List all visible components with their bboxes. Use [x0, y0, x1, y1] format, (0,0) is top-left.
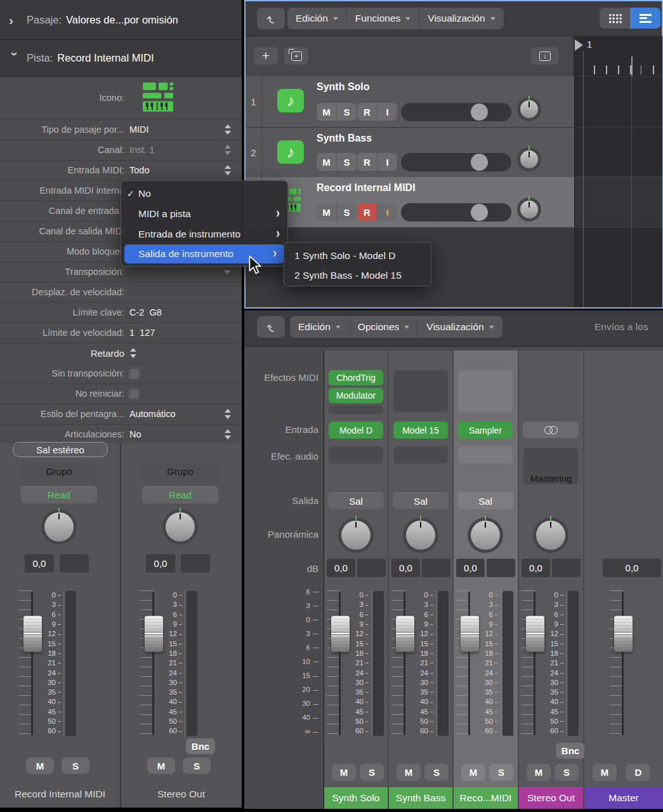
stepper-icon[interactable]: [225, 124, 232, 135]
input-monitor-button[interactable]: I: [377, 103, 397, 121]
menu-funciones[interactable]: Funciones: [346, 8, 419, 29]
volume-db-value[interactable]: 0,0: [522, 559, 550, 577]
track-inspector-header[interactable]: › Pista: Record Internal MIDI: [0, 40, 242, 77]
audio-fx-slot-mastering[interactable]: Mastering: [523, 448, 579, 484]
output-button[interactable]: Sal: [393, 493, 449, 509]
menu-visualizacion[interactable]: Visualización: [417, 316, 502, 338]
bounce-button[interactable]: Bnc: [186, 738, 215, 754]
volume-db-value[interactable]: 0,0: [146, 554, 175, 573]
mute-button[interactable]: M: [593, 764, 617, 781]
solo-button[interactable]: S: [336, 203, 357, 221]
channel-name-tab[interactable]: Reco...MIDI: [454, 787, 518, 809]
channel-name-tab[interactable]: Master: [584, 787, 663, 809]
param-row[interactable]: Articulaciones: No: [0, 424, 242, 444]
solo-button[interactable]: S: [489, 764, 513, 781]
volume-fader[interactable]: [614, 616, 633, 652]
track-icon-note[interactable]: ♪: [277, 89, 304, 112]
param-row[interactable]: No reiniciar:: [0, 383, 242, 404]
stepper-icon[interactable]: [225, 165, 232, 175]
volume-slider[interactable]: [401, 203, 511, 222]
volume-slider[interactable]: [401, 103, 511, 121]
automation-read-button[interactable]: Read: [142, 486, 218, 503]
output-button[interactable]: Sal estéreo: [13, 442, 108, 457]
param-row[interactable]: Entrada MIDI: Todo: [0, 160, 242, 181]
midi-fx-slot[interactable]: ChordTrig: [329, 370, 383, 385]
param-row-retardo[interactable]: Retardo: [0, 343, 242, 364]
mute-button[interactable]: M: [397, 764, 421, 781]
pan-knob[interactable]: [338, 517, 374, 553]
automation-read-button[interactable]: Read: [21, 486, 97, 503]
midi-fx-slot-empty[interactable]: [329, 406, 383, 414]
volume-db-value[interactable]: 0,0: [391, 559, 420, 577]
mute-button[interactable]: M: [317, 153, 336, 171]
stepper-icon[interactable]: [225, 409, 232, 419]
instrument-slot[interactable]: Model D: [329, 422, 383, 439]
pan-knob[interactable]: [41, 509, 77, 545]
audio-fx-slot-empty[interactable]: [329, 446, 383, 463]
checkbox[interactable]: [129, 388, 140, 399]
solo-button[interactable]: S: [555, 764, 579, 781]
menu-edicion[interactable]: Edición: [287, 8, 346, 29]
audio-fx-slot-empty[interactable]: [393, 446, 448, 463]
volume-fader[interactable]: [23, 616, 42, 652]
volume-db-value[interactable]: 0,0: [603, 559, 661, 577]
input-monitor-button[interactable]: I: [377, 203, 397, 221]
param-row[interactable]: Sin transposición:: [0, 363, 242, 384]
record-enable-button[interactable]: R: [357, 153, 377, 171]
mute-button[interactable]: M: [26, 757, 54, 774]
track-name[interactable]: Synth Solo: [317, 81, 370, 93]
volume-slider[interactable]: [401, 153, 511, 171]
stepper-icon[interactable]: [225, 429, 232, 439]
record-enable-button-active[interactable]: R: [357, 203, 377, 221]
track-row-synth-solo[interactable]: 1 ♪ Synth Solo M S R I: [246, 76, 574, 128]
submenu-item-synth-solo[interactable]: 1 Synth Solo - Model D: [284, 246, 431, 265]
pan-knob[interactable]: [517, 197, 541, 222]
channel-name-tab[interactable]: Synth Bass: [389, 787, 452, 809]
track-row-record-internal-midi[interactable]: Record Internal MIDI M S R I: [246, 177, 574, 228]
track-name[interactable]: Record Internal MIDI: [317, 182, 416, 194]
volume-fader[interactable]: [526, 616, 544, 652]
channel-name-tab[interactable]: Stereo Out: [519, 787, 583, 809]
pan-knob[interactable]: [403, 517, 438, 553]
duplicate-track-button[interactable]: +: [284, 47, 308, 65]
midi-fx-slot-selected[interactable]: Modulator: [329, 388, 383, 403]
midi-fx-slot-empty[interactable]: [458, 370, 513, 412]
list-view-button[interactable]: [630, 8, 660, 29]
input-monitor-button[interactable]: I: [377, 153, 397, 171]
instrument-slot[interactable]: Sampler: [458, 422, 513, 439]
dim-button[interactable]: D: [626, 764, 650, 781]
group-button[interactable]: Grupo: [142, 463, 218, 480]
solo-button[interactable]: S: [424, 764, 449, 781]
volume-fader[interactable]: [331, 616, 350, 652]
volume-fader[interactable]: [461, 616, 479, 652]
stepper-icon[interactable]: [130, 348, 137, 358]
mute-button[interactable]: M: [317, 103, 336, 121]
param-row[interactable]: Límite de velocidad: 1 127: [0, 323, 242, 343]
pan-knob[interactable]: [162, 509, 198, 545]
param-row[interactable]: Desplaz. de velocidad:: [0, 282, 242, 303]
param-row[interactable]: Canal: Inst. 1: [0, 140, 242, 161]
group-button[interactable]: Grupo: [21, 463, 97, 480]
solo-button[interactable]: S: [336, 153, 357, 171]
solo-button[interactable]: S: [183, 757, 211, 774]
stepper-icon[interactable]: [225, 145, 232, 155]
back-button[interactable]: [257, 8, 285, 29]
mute-button[interactable]: M: [147, 757, 175, 774]
track-lanes[interactable]: 1: [574, 36, 662, 307]
midi-fx-slot-empty[interactable]: [393, 370, 448, 412]
audio-fx-slot-empty[interactable]: [458, 446, 513, 463]
track-row-synth-bass[interactable]: 2 ♪ Synth Bass M S R I: [246, 128, 574, 178]
output-button[interactable]: Sal: [328, 493, 384, 509]
volume-db-value[interactable]: 0,0: [327, 559, 355, 577]
pan-knob[interactable]: [517, 147, 541, 171]
param-row[interactable]: Límite clave: C-2 G8: [0, 302, 242, 323]
menu-visualizacion[interactable]: Visualización: [419, 8, 503, 29]
record-enable-button[interactable]: R: [357, 103, 377, 121]
disclosure-down-icon[interactable]: ›: [9, 52, 22, 65]
mute-button[interactable]: M: [332, 764, 356, 781]
mute-button[interactable]: M: [461, 764, 485, 781]
pan-knob[interactable]: [533, 517, 568, 553]
volume-fader[interactable]: [145, 616, 163, 652]
disclosure-right-icon[interactable]: ›: [9, 13, 22, 27]
midi-controller-icon[interactable]: [143, 83, 173, 113]
